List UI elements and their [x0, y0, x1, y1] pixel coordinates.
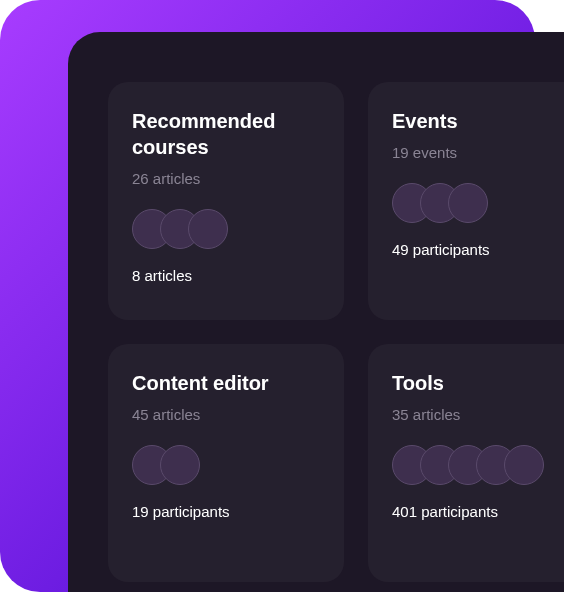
card-subtitle: 35 articles — [392, 406, 564, 423]
card-footer: 49 participants — [392, 241, 564, 258]
card-title: Content editor — [132, 370, 320, 396]
avatar-circle — [448, 183, 488, 223]
card-subtitle: 19 events — [392, 144, 564, 161]
avatar-circle — [504, 445, 544, 485]
card-title: Events — [392, 108, 564, 134]
avatar-stack — [132, 445, 320, 485]
avatar-circle — [188, 209, 228, 249]
card-title: Tools — [392, 370, 564, 396]
dashboard-panel: Recommended courses 26 articles 8 articl… — [68, 32, 564, 592]
tools-card[interactable]: Tools 35 articles 401 participants — [368, 344, 564, 582]
card-title: Recommended courses — [132, 108, 320, 160]
card-subtitle: 26 articles — [132, 170, 320, 187]
card-footer: 19 participants — [132, 503, 320, 520]
avatar-stack — [392, 183, 564, 223]
avatar-stack — [392, 445, 564, 485]
card-footer: 8 articles — [132, 267, 320, 284]
content-editor-card[interactable]: Content editor 45 articles 19 participan… — [108, 344, 344, 582]
card-grid: Recommended courses 26 articles 8 articl… — [108, 82, 564, 582]
events-card[interactable]: Events 19 events 49 participants — [368, 82, 564, 320]
avatar-circle — [160, 445, 200, 485]
card-subtitle: 45 articles — [132, 406, 320, 423]
recommended-courses-card[interactable]: Recommended courses 26 articles 8 articl… — [108, 82, 344, 320]
card-footer: 401 participants — [392, 503, 564, 520]
avatar-stack — [132, 209, 320, 249]
